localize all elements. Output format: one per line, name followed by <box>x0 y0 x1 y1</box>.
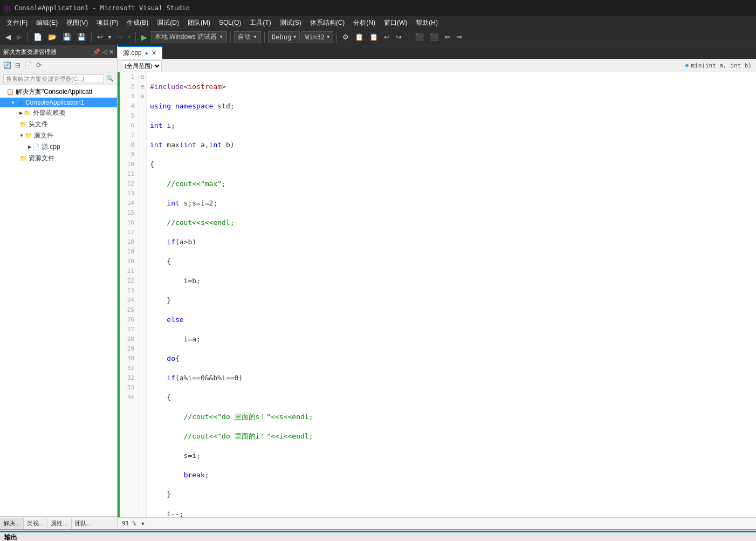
tree-item-header[interactable]: 📁 头文件 <box>0 119 117 130</box>
menu-build[interactable]: 生成(B) <box>122 17 153 29</box>
config-dropdown[interactable]: Debug ▼ <box>268 31 300 43</box>
tree-item-project[interactable]: ▼ 🔷 ConsoleApplication1 <box>0 98 117 107</box>
solution-explorer: 解决方案资源管理器 📌 ◁ ✕ 🔄 ⊟ 📄 ⟳ 🔍 📋 解决方案"Console… <box>0 45 118 529</box>
toolbar-btn-3[interactable]: 📋 <box>367 32 380 42</box>
se-sync-btn[interactable]: ⟳ <box>35 60 43 70</box>
tab-yuancpp-label: 源.cpp <box>123 49 142 58</box>
menu-sql[interactable]: SQL(Q) <box>215 18 245 28</box>
new-file-button[interactable]: 📄 <box>31 32 44 42</box>
tab-yuancpp[interactable]: 源.cpp ● ✕ <box>118 46 162 59</box>
menu-analyze[interactable]: 分析(N) <box>349 17 380 29</box>
toolbar-btn-6[interactable]: | <box>406 32 411 42</box>
watch-mode-dropdown[interactable]: 自动 ▼ <box>234 31 261 43</box>
redo-dropdown[interactable]: ▼ <box>126 33 132 41</box>
code-line-5: { <box>150 160 313 169</box>
tree-item-source[interactable]: ▼ 📁 源文件 <box>0 130 117 141</box>
toolbar-btn-5[interactable]: ↪ <box>394 32 404 42</box>
se-refresh-btn[interactable]: 🔄 <box>2 60 12 70</box>
toolbar-btn-4[interactable]: ↩ <box>382 32 392 42</box>
menu-view[interactable]: 视图(V) <box>62 17 92 29</box>
toolbar-btn-10[interactable]: ⇒ <box>454 32 464 42</box>
code-area: 12345 678910 1112131415 1617181920 21222… <box>120 72 756 517</box>
code-content[interactable]: 12345 678910 1112131415 1617181920 21222… <box>120 72 756 517</box>
code-line-2: using namespace std; <box>150 101 313 111</box>
se-title: 解决方案资源管理器 <box>3 48 93 56</box>
toolbar-btn-1[interactable]: ⚙ <box>340 32 351 42</box>
redo-button[interactable]: ↪ <box>114 32 125 42</box>
output-header: 输出 <box>0 532 756 541</box>
start-debug-button[interactable]: ▶ <box>139 32 149 43</box>
tab-close-icon[interactable]: ✕ <box>152 50 156 57</box>
save-all-button[interactable]: 💾 <box>75 32 88 42</box>
se-tab-property[interactable]: 属性... <box>47 518 71 529</box>
debug-target-dropdown[interactable]: 本地 Windows 调试器 ▼ <box>151 31 227 43</box>
se-tab-solution[interactable]: 解决... <box>0 518 24 529</box>
code-lines[interactable]: #include<iostream> using namespace std; … <box>147 72 313 517</box>
se-search-input[interactable] <box>3 74 104 83</box>
toolbar-btn-2[interactable]: 📋 <box>353 32 366 42</box>
tree-item-resource[interactable]: 📁 资源文件 <box>0 153 117 164</box>
menu-edit[interactable]: 编辑(E) <box>32 17 62 29</box>
menu-arch[interactable]: 体系结构(C) <box>306 17 349 29</box>
menu-window[interactable]: 窗口(W) <box>380 17 411 29</box>
menu-project[interactable]: 项目(P) <box>92 17 122 29</box>
undo-button[interactable]: ↩ <box>95 32 105 42</box>
debug-target-arrow-icon: ▼ <box>219 35 223 39</box>
open-file-button[interactable]: 📂 <box>46 32 59 42</box>
project-label: ConsoleApplication1 <box>25 99 84 106</box>
scope-left-select[interactable]: (全局范围) <box>122 60 162 71</box>
menu-debug[interactable]: 调试(D) <box>153 17 183 29</box>
code-line-3: int i; <box>150 121 313 131</box>
tree-item-yuancpp[interactable]: ▶ 📄 源.cpp <box>0 141 117 153</box>
source-arrow-icon: ▼ <box>19 133 24 138</box>
yuancpp-label: 源.cpp <box>42 142 60 152</box>
fold-icon-4[interactable]: ⊟ <box>139 72 146 82</box>
code-line-19: //cout<<"do 里面的i！"<<i<<endl; <box>150 432 313 441</box>
menu-team[interactable]: 团队(M) <box>183 17 215 29</box>
forward-button[interactable]: ▶ <box>15 32 24 42</box>
tree-item-solution[interactable]: 📋 解决方案"ConsoleApplicati <box>0 86 117 98</box>
se-tree: 📋 解决方案"ConsoleApplicati ▼ 🔷 ConsoleAppli… <box>0 85 117 516</box>
zoom-label: 91 % <box>122 520 136 527</box>
se-header: 解决方案资源管理器 📌 ◁ ✕ <box>0 45 117 58</box>
fold-icon-18[interactable]: ⊟ <box>139 82 146 92</box>
toolbar-btn-7[interactable]: ⬛ <box>413 32 426 42</box>
se-show-files-btn[interactable]: 📄 <box>23 60 33 70</box>
fold-icon-29[interactable]: ⊟ <box>139 92 146 101</box>
toolbar: ◀ ▶ 📄 📂 💾 💾 ↩ ▼ ↪ ▼ ▶ 本地 Windows 调试器 ▼ 自… <box>0 29 756 45</box>
yuancpp-icon: 📄 <box>32 143 40 150</box>
output-title: 输出 <box>4 533 17 541</box>
se-collapse-btn[interactable]: ⊟ <box>14 60 22 70</box>
code-line-16: if(a%i==0&&b%i==0) <box>150 373 313 383</box>
se-pin-icon[interactable]: 📌 <box>93 49 100 56</box>
se-tab-class[interactable]: 类视... <box>24 518 47 529</box>
code-line-9: if(a>b) <box>150 237 313 247</box>
menu-help[interactable]: 帮助(H) <box>411 17 442 29</box>
undo-dropdown[interactable]: ▼ <box>107 33 113 41</box>
header-icon: 📁 <box>19 121 27 128</box>
title-bar: ⊞ ConsoleApplication1 - Microsoft Visual… <box>0 0 756 16</box>
code-line-7: int s;s=i=2; <box>150 198 313 208</box>
watch-mode-label: 自动 <box>238 32 251 42</box>
se-auto-hide-icon[interactable]: ◁ <box>102 49 107 56</box>
save-button[interactable]: 💾 <box>60 32 73 42</box>
se-tab-team[interactable]: 团队... <box>72 518 95 529</box>
back-button[interactable]: ◀ <box>3 32 13 42</box>
menu-test[interactable]: 测试(S) <box>276 17 306 29</box>
menu-tools[interactable]: 工具(T) <box>245 17 275 29</box>
menu-file[interactable]: 文件(F) <box>2 17 32 29</box>
zoom-dropdown-btn[interactable]: ▼ <box>141 521 146 526</box>
debug-target-label: 本地 Windows 调试器 <box>155 32 217 42</box>
toolbar-btn-9[interactable]: ⇐ <box>442 32 452 42</box>
platform-dropdown[interactable]: Win32 ▼ <box>301 31 333 43</box>
source-icon: 📁 <box>25 132 32 139</box>
se-toolbar: 🔄 ⊟ 📄 ⟳ <box>0 58 117 72</box>
se-close-icon[interactable]: ✕ <box>109 49 114 56</box>
toolbar-btn-8[interactable]: ⬛ <box>428 32 441 42</box>
editor-area: 源.cpp ● ✕ (全局范围) ⊕ min(int a, int b) <box>118 45 756 529</box>
code-line-13: else <box>150 315 313 325</box>
code-editor[interactable]: 12345 678910 1112131415 1617181920 21222… <box>118 72 756 517</box>
code-line-20: s=i; <box>150 451 313 461</box>
scope-right-label: min(int a, int b) <box>691 62 752 69</box>
tree-item-external[interactable]: ▶ 📁 外部依赖项 <box>0 107 117 119</box>
